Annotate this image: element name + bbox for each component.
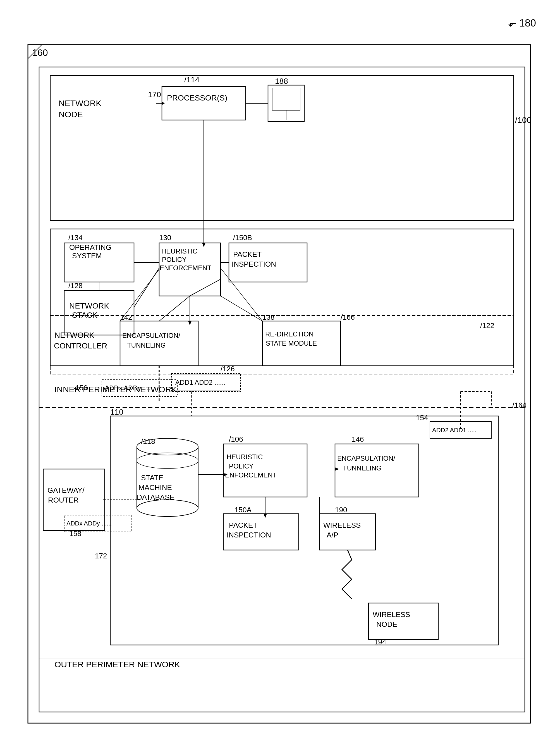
processor-label: PROCESSOR(S)	[167, 94, 227, 102]
outer-box	[28, 45, 531, 723]
packet-inspection-top-label1: PACKET	[233, 250, 262, 259]
wireless-ap-label1: WIRELESS	[323, 521, 361, 529]
heuristic-bottom-label1: HEURISTIC	[227, 453, 263, 461]
encap-top-label1: ENCAPSULATION/	[122, 332, 180, 339]
ref-114-label: /114	[184, 75, 200, 84]
ref-130-label: 130	[159, 233, 171, 242]
encap-bottom-label1: ENCAPSULATION/	[337, 455, 395, 462]
wireless-node-label2: NODE	[376, 620, 397, 629]
ref-166-label: /166	[341, 313, 355, 321]
network-stack-label2: STACK	[72, 311, 98, 319]
ref-146-label: 146	[352, 435, 364, 443]
svg-marker-10	[188, 321, 192, 325]
svg-marker-29	[335, 468, 339, 471]
add2-add1-right-label: ADD2 ADD1 .....	[432, 427, 477, 434]
ref-128-label: /128	[68, 281, 83, 290]
ref-110-label: 110	[110, 408, 123, 416]
network-controller-label1: NETWORK	[55, 331, 94, 339]
gateway-router-label2: ROUTER	[48, 496, 79, 504]
os-label2: SYSTEM	[72, 252, 102, 260]
ref-106-label: /106	[229, 435, 243, 443]
ref-188-label: 188	[275, 77, 288, 85]
packet-inspection-top-label2: INSPECTION	[232, 260, 276, 268]
network-stack-label1: NETWORK	[69, 301, 109, 310]
diagram-container: ⬐ 180 160 /100 /114 NETWORK NODE PROCESS…	[0, 0, 560, 753]
addx-addy-left-label: ADDx ADDy ......	[105, 384, 154, 392]
addx-addy-bottom-label: ADDx ADDy ......	[66, 520, 112, 527]
ref-154-label: 154	[416, 414, 428, 422]
svg-marker-40	[202, 243, 205, 247]
heuristic-top-label1: HEURISTIC	[161, 247, 197, 255]
encap-bottom-label2: TUNNELING	[343, 464, 382, 472]
svg-line-46	[221, 296, 262, 321]
encap-top-label2: TUNNELING	[127, 341, 166, 349]
heuristic-bottom-label3: ENFORCEMENT	[225, 471, 277, 479]
ref-142-label: 142	[120, 313, 132, 321]
ref-194-label: 194	[374, 638, 386, 646]
heuristic-bottom-box	[223, 444, 307, 497]
network-node-box	[50, 75, 514, 221]
svg-marker-2	[162, 102, 165, 105]
redirection-label1: RE-DIRECTION	[265, 330, 314, 338]
ref-122-label: /122	[480, 321, 494, 330]
ref-172-label: 172	[95, 552, 107, 560]
processor-box	[162, 86, 246, 120]
os-label1: OPERATING	[69, 243, 112, 252]
heuristic-bottom-label2: POLICY	[229, 462, 254, 470]
ref-156-label: 156	[75, 383, 87, 392]
db-label2: MACHINE	[138, 483, 172, 492]
svg-marker-25	[263, 514, 267, 518]
ref-150b-label: /150B	[233, 233, 252, 242]
ref-134-label: /134	[68, 233, 83, 242]
redirection-label2: STATE MODULE	[266, 339, 317, 347]
ref-160-label: 160	[32, 47, 48, 58]
ref-170-label: 170	[148, 90, 161, 99]
svg-line-44	[190, 279, 221, 296]
network-controller-label2: CONTROLLER	[54, 341, 107, 350]
outer-perimeter-label: OUTER PERIMETER NETWORK	[55, 660, 180, 669]
wireless-node-label1: WIRELESS	[373, 610, 410, 619]
heuristic-top-label3: ENFORCEMENT	[160, 264, 212, 272]
db-label1: STATE	[141, 474, 163, 482]
db-label3: DATABASE	[137, 493, 175, 501]
heuristic-top-label2: POLICY	[162, 256, 186, 263]
ref-158-label: 158	[69, 529, 81, 538]
packet-inspection-bottom-label1: PACKET	[229, 521, 257, 529]
svg-line-21	[159, 296, 190, 321]
svg-line-11	[221, 268, 262, 321]
ref-190-label: 190	[335, 506, 347, 514]
ref-118-label: /118	[141, 437, 155, 445]
network-node-label2: NODE	[59, 110, 83, 119]
ref-150a-label: 150A	[235, 506, 252, 514]
network-node-label: NETWORK	[59, 99, 101, 108]
add1-add2-top-label: ADD1 ADD2 ......	[175, 379, 225, 386]
gateway-router-label1: GATEWAY/	[47, 486, 85, 494]
wireless-signal-line	[342, 550, 352, 599]
monitor-screen	[272, 88, 300, 110]
wireless-ap-label2: A/P	[327, 531, 338, 539]
svg-line-8	[134, 268, 159, 307]
ref-126-label: /126	[221, 365, 235, 373]
ref-180: ⬐ 180	[508, 17, 536, 29]
packet-inspection-bottom-label2: INSPECTION	[227, 531, 271, 539]
ref-100-label: /100	[515, 115, 531, 124]
ref-164-label: /164	[512, 401, 526, 409]
ref-138-label: 138	[262, 313, 275, 321]
svg-line-45	[120, 270, 159, 321]
db-bottom-ellipse	[137, 500, 198, 516]
